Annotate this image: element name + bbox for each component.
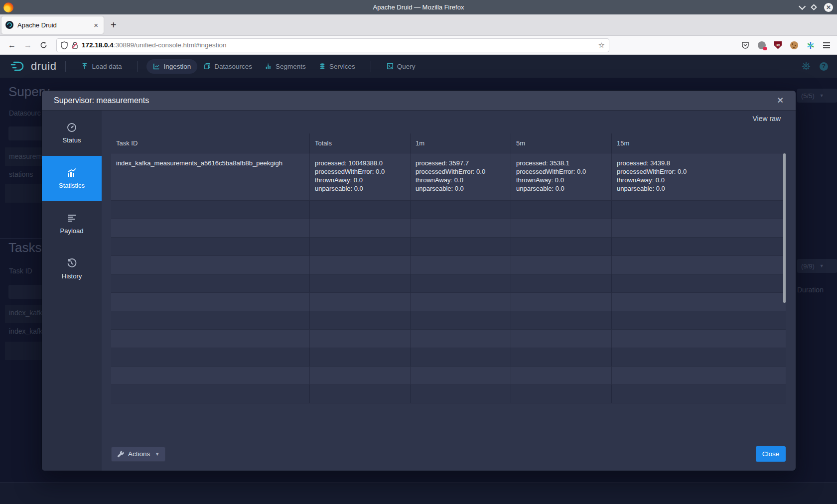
tab-payload[interactable]: Payload bbox=[42, 201, 102, 247]
query-icon bbox=[387, 63, 394, 70]
nav-item-load-data[interactable]: Load data bbox=[75, 59, 128, 74]
task-row-2[interactable]: index_kafk bbox=[9, 327, 42, 335]
text-lines-icon bbox=[67, 213, 77, 223]
ublock-origin-icon[interactable]: UO bbox=[774, 41, 782, 49]
table-row-empty bbox=[111, 293, 786, 311]
tasks-filter-input[interactable] bbox=[8, 285, 46, 299]
tasks-heading: Tasks bbox=[8, 240, 41, 255]
ingestion-icon bbox=[153, 63, 160, 70]
window-close-icon[interactable]: ✕ bbox=[824, 3, 833, 12]
cell-15m: processed: 3439.8 processedWithError: 0.… bbox=[612, 153, 786, 200]
url-bar[interactable]: 172.18.0.4:30899/unified-console.html#in… bbox=[56, 38, 609, 52]
nav-item-ingestion[interactable]: Ingestion bbox=[146, 59, 197, 74]
supervisor-row-measurements[interactable]: measurem bbox=[9, 152, 42, 160]
browser-toolbar: ← → 172.18.0.4:30899/unified-console.htm… bbox=[0, 36, 837, 55]
pocket-icon[interactable] bbox=[741, 41, 749, 49]
table-row: index_kafka_measurements_a5616c5ba8afb8b… bbox=[111, 153, 786, 201]
table-row-empty bbox=[111, 256, 786, 274]
firefox-window: Apache Druid — Mozilla Firefox ✕ Apache … bbox=[0, 0, 837, 504]
tab-title: Apache Druid bbox=[17, 21, 92, 29]
nav-item-query[interactable]: Query bbox=[380, 59, 422, 74]
back-button[interactable]: ← bbox=[8, 41, 16, 49]
table-row-empty bbox=[111, 385, 786, 403]
nav-item-services[interactable]: Services bbox=[312, 59, 362, 74]
help-icon[interactable]: ? bbox=[820, 62, 828, 71]
browser-tabbar: Apache Druid × + bbox=[0, 14, 837, 36]
duration-column-header[interactable]: Duration bbox=[797, 286, 824, 294]
table-scrollbar[interactable] bbox=[783, 153, 786, 303]
dialog-footer: Actions ▼ Close bbox=[111, 446, 786, 462]
colorful-asterisk-extension-icon[interactable] bbox=[807, 41, 815, 49]
supervisors-filter-input[interactable] bbox=[8, 126, 46, 140]
nav-item-datasources[interactable]: Datasources bbox=[197, 59, 259, 74]
window-minimize-icon[interactable] bbox=[799, 2, 806, 9]
browser-tab[interactable]: Apache Druid × bbox=[1, 16, 104, 34]
column-header-15m[interactable]: 15m bbox=[612, 133, 786, 153]
datasource-column-header[interactable]: Datasourc bbox=[9, 109, 41, 117]
url-path: :30899/unified-console.html#ingestion bbox=[114, 41, 227, 49]
cell-totals: processed: 10049388.0 processedWithError… bbox=[310, 153, 411, 200]
menu-icon[interactable] bbox=[823, 42, 830, 48]
tracking-shield-icon[interactable] bbox=[61, 41, 68, 49]
load-data-icon bbox=[81, 63, 88, 70]
gauge-icon bbox=[67, 123, 77, 132]
nav-item-segments[interactable]: Segments bbox=[259, 59, 312, 74]
cookie-extension-icon[interactable] bbox=[790, 41, 798, 49]
supervisor-row-stations[interactable]: stations bbox=[9, 170, 33, 178]
task-id-column-header[interactable]: Task ID bbox=[9, 267, 32, 275]
druid-logo-icon bbox=[10, 60, 27, 72]
page-footer-strip bbox=[0, 482, 837, 504]
table-row-empty bbox=[111, 238, 786, 256]
brand-name: druid bbox=[31, 60, 56, 73]
supervisors-refresh-button[interactable]: (5/5) ▼ bbox=[797, 89, 837, 103]
table-row-empty bbox=[111, 367, 786, 385]
bookmark-star-icon[interactable]: ☆ bbox=[598, 41, 605, 50]
view-raw-link[interactable]: View raw bbox=[752, 115, 781, 123]
column-header-1m[interactable]: 1m bbox=[411, 133, 511, 153]
statistics-table-empty-rows bbox=[111, 201, 786, 403]
table-row-empty bbox=[111, 330, 786, 348]
window-titlebar: Apache Druid — Mozilla Firefox ✕ bbox=[0, 0, 837, 14]
close-button[interactable]: Close bbox=[756, 446, 786, 462]
tab-history[interactable]: History bbox=[42, 247, 102, 292]
dialog-title: Supervisor: measurements bbox=[54, 96, 149, 105]
forward-button[interactable]: → bbox=[24, 41, 32, 49]
dialog-close-icon[interactable]: ✕ bbox=[777, 97, 784, 105]
tab-status[interactable]: Status bbox=[42, 111, 102, 156]
table-row-empty bbox=[111, 348, 786, 367]
dialog-side-tabs: Status Statistics bbox=[42, 111, 102, 471]
reload-icon[interactable] bbox=[40, 41, 47, 49]
tab-statistics[interactable]: Statistics bbox=[42, 156, 102, 201]
datasources-icon bbox=[204, 63, 211, 70]
chevron-down-icon: ▼ bbox=[820, 93, 824, 98]
druid-brand[interactable]: druid bbox=[10, 60, 56, 73]
url-text[interactable]: 172.18.0.4:30899/unified-console.html#in… bbox=[82, 41, 595, 49]
services-icon bbox=[319, 63, 326, 70]
cell-1m: processed: 3597.7 processedWithError: 0.… bbox=[411, 153, 511, 200]
wrench-icon bbox=[117, 451, 124, 458]
chart-arrow-icon bbox=[67, 168, 77, 178]
window-title: Apache Druid — Mozilla Firefox bbox=[0, 3, 837, 11]
tasks-refresh-button[interactable]: (9/9) ▼ bbox=[797, 259, 837, 273]
new-tab-button[interactable]: + bbox=[111, 19, 117, 31]
table-header-row: Task ID Totals 1m 5m 15m bbox=[111, 133, 786, 153]
actions-button[interactable]: Actions ▼ bbox=[111, 447, 165, 462]
column-header-task-id[interactable]: Task ID bbox=[111, 133, 310, 153]
statistics-table: Task ID Totals 1m 5m 15m index_kafka_mea… bbox=[111, 133, 786, 403]
table-row-empty bbox=[111, 274, 786, 293]
task-row-1[interactable]: index_kafk bbox=[9, 309, 42, 317]
settings-gear-icon[interactable] bbox=[802, 62, 811, 71]
druid-favicon-icon bbox=[5, 21, 13, 29]
chevron-down-icon: ▼ bbox=[820, 263, 824, 268]
chevron-down-icon: ▼ bbox=[155, 452, 159, 457]
insecure-lock-icon[interactable] bbox=[71, 41, 78, 49]
segments-icon bbox=[265, 63, 272, 70]
column-header-5m[interactable]: 5m bbox=[511, 133, 612, 153]
table-row-empty bbox=[111, 219, 786, 238]
window-maximize-icon[interactable] bbox=[811, 4, 817, 10]
tab-close-icon[interactable]: × bbox=[92, 21, 100, 29]
clock-history-icon bbox=[67, 258, 77, 268]
extension-icon[interactable] bbox=[758, 41, 766, 49]
cell-5m: processed: 3538.1 processedWithError: 0.… bbox=[511, 153, 612, 200]
column-header-totals[interactable]: Totals bbox=[310, 133, 411, 153]
